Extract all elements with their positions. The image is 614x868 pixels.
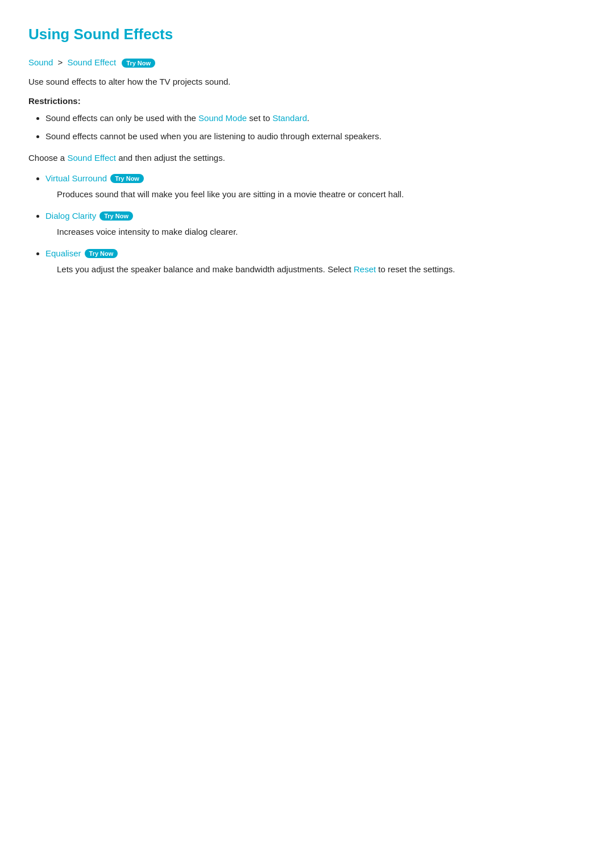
- restriction-1-text-middle: set to: [247, 113, 272, 123]
- equaliser-description-after: to reset the settings.: [376, 264, 455, 274]
- sound-effects-list: Virtual Surround Try Now Produces sound …: [45, 172, 586, 276]
- choose-text-before: Choose a: [28, 153, 67, 163]
- virtual-surround-try-now-badge[interactable]: Try Now: [110, 174, 144, 183]
- restriction-1-standard-link[interactable]: Standard: [272, 113, 307, 123]
- list-item-virtual-surround: Virtual Surround Try Now Produces sound …: [45, 172, 586, 201]
- restriction-1-text-before: Sound effects can only be used with the: [45, 113, 198, 123]
- virtual-surround-name: Virtual Surround: [45, 172, 107, 185]
- breadcrumb-sound-link[interactable]: Sound: [28, 57, 53, 67]
- breadcrumb: Sound > Sound Effect Try Now: [28, 56, 586, 69]
- dialog-clarity-description: Increases voice intensity to make dialog…: [45, 225, 586, 239]
- equaliser-name: Equaliser: [45, 247, 81, 260]
- breadcrumb-separator: >: [58, 57, 65, 67]
- dialog-clarity-header: Dialog Clarity Try Now: [45, 209, 586, 223]
- list-item-dialog-clarity: Dialog Clarity Try Now Increases voice i…: [45, 209, 586, 239]
- restriction-1-text-after: .: [307, 113, 309, 123]
- choose-text-after: and then adjust the settings.: [116, 153, 225, 163]
- list-item-equaliser: Equaliser Try Now Lets you adjust the sp…: [45, 247, 586, 276]
- choose-sound-effect-link[interactable]: Sound Effect: [67, 153, 116, 163]
- intro-text: Use sound effects to alter how the TV pr…: [28, 75, 586, 89]
- virtual-surround-description: Produces sound that will make you feel l…: [45, 188, 586, 201]
- virtual-surround-header: Virtual Surround Try Now: [45, 172, 586, 185]
- restriction-item-2: Sound effects cannot be used when you ar…: [45, 130, 586, 143]
- equaliser-try-now-badge[interactable]: Try Now: [85, 249, 118, 258]
- restriction-item-1: Sound effects can only be used with the …: [45, 111, 586, 125]
- page-title: Using Sound Effects: [28, 23, 586, 47]
- equaliser-description: Lets you adjust the speaker balance and …: [45, 263, 586, 276]
- breadcrumb-try-now-badge[interactable]: Try Now: [122, 59, 155, 68]
- choose-text: Choose a Sound Effect and then adjust th…: [28, 151, 586, 165]
- dialog-clarity-name: Dialog Clarity: [45, 209, 96, 223]
- restrictions-list: Sound effects can only be used with the …: [45, 111, 586, 143]
- restriction-1-sound-mode-link[interactable]: Sound Mode: [198, 113, 247, 123]
- equaliser-description-before: Lets you adjust the speaker balance and …: [57, 264, 354, 274]
- equaliser-reset-link[interactable]: Reset: [354, 264, 376, 274]
- equaliser-header: Equaliser Try Now: [45, 247, 586, 260]
- breadcrumb-sound-effect-link[interactable]: Sound Effect: [67, 57, 116, 67]
- restrictions-label: Restrictions:: [28, 94, 586, 108]
- dialog-clarity-try-now-badge[interactable]: Try Now: [99, 211, 133, 221]
